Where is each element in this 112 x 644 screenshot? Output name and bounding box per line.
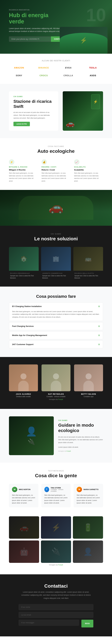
- solution-desc-2: Sample text: Click to select the Text El…: [42, 275, 70, 279]
- team-name-betty: BETTY NILSON: [74, 393, 103, 395]
- accordion-item-support: 24/7 Customer Support ∨: [9, 340, 103, 348]
- guidare-para2: Lorem ipsum dolor sit amet.: [58, 446, 103, 448]
- contact-email-input[interactable]: [19, 612, 93, 618]
- chi-siamo-description: at vero eos et accusam et justo duo dolo…: [14, 111, 54, 119]
- scale-icon: 📈: [74, 159, 80, 165]
- hero-title: Hub di energia verde: [9, 12, 72, 25]
- testimonianze-section: TESTIMONIANZE Cosa dice la gente M MIKE …: [0, 462, 112, 515]
- accordion-arrow-app: ∨: [98, 334, 100, 337]
- solution-desc-3: Sample text: Click to select the Text El…: [74, 275, 102, 279]
- client-logo-eva: EVGA: [64, 65, 73, 70]
- solution-image-3: 🚌: [73, 247, 103, 271]
- feature-desc-scale: Stet clita kasd gubergren, no sea takima…: [74, 172, 103, 182]
- accordion-body-ev: Stet clita kasd gubergren, no sea takima…: [9, 310, 103, 321]
- hero-phone-input[interactable]: [9, 36, 51, 42]
- contact-submit-button[interactable]: INVIA: [82, 620, 93, 628]
- test-name-tina: TINA STORM: [50, 487, 68, 489]
- ev-plug-icon: ⚡: [80, 37, 87, 44]
- hero-number: 10: [86, 6, 106, 24]
- solution-image-1: 🏠: [9, 247, 39, 271]
- test-name-mike: MIKE NORTON: [19, 488, 30, 490]
- test-name-maria: MARIA GARNETTO: [84, 488, 98, 490]
- person-head: [20, 374, 26, 379]
- guidare-freepik-link[interactable]: Freepik: [66, 450, 71, 452]
- chi-siamo-section: CHI SIAMO Stazione di ricarica Swift at …: [0, 84, 112, 138]
- team-role-nat: Contabile - ventura contabile: [42, 396, 70, 398]
- client-logo-tesla: TESLA: [88, 65, 98, 70]
- solution-flotta: 🚌 Ricarica della flotta Sample text: Cli…: [73, 247, 103, 279]
- charging-station-icon: ⚡: [91, 94, 100, 109]
- accordion-header-ev[interactable]: EV Charging Station Installation ∨: [9, 302, 103, 310]
- team-card-nat: NAT REYNOLDS Contabile - ventura contabi…: [42, 364, 70, 398]
- guidare-image: 👤 🔌: [9, 416, 54, 455]
- team-name-nat: NAT REYNOLDS: [42, 393, 70, 395]
- car-banner: 🚗: [0, 190, 112, 226]
- gallery-item-6: 👤: [73, 540, 103, 563]
- person-body-betty: [83, 380, 94, 391]
- gallery-section: 🚗 ⚡ 🔋 🤖 🔌 👤 Immagine da Freepik: [0, 515, 112, 574]
- contact-form: INVIA: [19, 604, 93, 628]
- accordion-title-ev: EV Charging Station Installation: [12, 305, 42, 308]
- test-text-tina: Stet clita kasd gubergren, no sea takima…: [44, 494, 68, 504]
- accordion-header-app[interactable]: Mobile App for Charging Management ∨: [9, 332, 103, 339]
- accordion-item-ev: EV Charging Station Installation ∨ Stet …: [9, 302, 103, 321]
- cosa-possiamo-title: Cosa possiamo fare: [9, 294, 103, 299]
- hero-form: CONTATTI: [9, 36, 66, 42]
- gallery-freepik-link[interactable]: Freepik: [58, 564, 63, 566]
- test-av-circle-mike: M: [12, 487, 17, 492]
- charging-plug-icon: 🔌: [28, 438, 35, 445]
- risk-icon: ⚡: [9, 159, 14, 165]
- cosa-facciamo-section: COSA FACCIAMO Auto ecologiche ⚡ MITIGARE…: [0, 138, 112, 190]
- team-avatar-betty: [74, 364, 103, 391]
- person-head-betty: [86, 374, 92, 379]
- solution-caption-1: Ricarica residenziale Sample text: Click…: [9, 271, 39, 279]
- feature-title-scale: Scalabilità: [74, 169, 103, 171]
- contact-message-input[interactable]: [19, 620, 79, 626]
- client-logo-amazon: amazon: [13, 65, 25, 70]
- feature-title-risk: Mitigare il Rischio: [9, 169, 38, 171]
- contact-name-input[interactable]: [19, 604, 93, 610]
- accordion-item-fast: Fast Charging Services ∨: [9, 322, 103, 330]
- cosa-possiamo-section: Cosa possiamo fare EV Charging Station I…: [0, 286, 112, 357]
- feature-item-cost: 💰 RIDURRE I COSTI Ridurre i Costi Stet c…: [42, 159, 70, 182]
- charging-person-icon: 👤: [26, 426, 37, 437]
- car-large-icon: 🚗: [48, 200, 64, 214]
- feature-label-risk: MITIGARE IL RISCHIO: [9, 166, 38, 168]
- cosa-facciamo-title: Auto ecologiche: [9, 148, 103, 154]
- person-silhouette-nat: [50, 370, 62, 391]
- accordion-header-fast[interactable]: Fast Charging Services ∨: [9, 322, 103, 330]
- testimonials-grid: M MIKE NORTON Stet clita kasd gubergren,…: [9, 484, 103, 507]
- feature-label-cost: RIDURRE I COSTI: [42, 166, 70, 168]
- car-icon: 🚗: [66, 119, 75, 128]
- team-name-jack: JACK ALVAREZ: [9, 393, 38, 395]
- cosa-facciamo-label: COSA FACCIAMO: [9, 146, 103, 147]
- team-grid: JACK ALVAREZ Direttore delle vendite NAT…: [9, 364, 103, 398]
- accordion-arrow-ev: ∨: [98, 305, 100, 308]
- nostre-soluzioni-label: CHI SIAMO: [9, 233, 103, 235]
- gallery-image-credit: Immagine da Freepik: [9, 563, 103, 567]
- gallery-grid: 🚗 ⚡ 🔋 🤖 🔌 👤: [9, 516, 103, 563]
- chi-siamo-cta-button[interactable]: LEGGI DI PIÙ: [14, 122, 30, 126]
- hero-car-image: ⚡: [60, 27, 108, 54]
- team-section: JACK ALVAREZ Direttore delle vendite NAT…: [0, 357, 112, 409]
- person-silhouette-jack: [18, 370, 30, 391]
- chi-siamo-text-card: CHI SIAMO Stazione di ricarica Swift at …: [9, 91, 58, 131]
- accordion-header-support[interactable]: 24/7 Customer Support ∨: [9, 340, 103, 348]
- client-logo-crolla: CROLLA: [62, 73, 74, 78]
- test-text-mike: Stet clita kasd gubergren, no sea takima…: [12, 494, 36, 504]
- solution-commerciale: 🏢 Addebito commerciale Sample text: Clic…: [41, 247, 71, 279]
- clients-section: Alcuni dei nostri clienti amazon BINANCE…: [0, 54, 112, 84]
- clients-grid: amazon BINANCE EVGA TESLA SONY crocs CRO…: [9, 65, 103, 78]
- feature-item-scale: 📈 SCALABILITÀ Scalabilità Stet clita kas…: [74, 159, 103, 182]
- chi-siamo-image: ⚡ 🚗: [63, 91, 103, 131]
- hero-breadcrumb: RICARICA INNOVATIVA: [9, 9, 72, 11]
- team-avatar-jack: [9, 364, 38, 391]
- team-freepik-link[interactable]: Freepik: [58, 398, 63, 400]
- solution-desc-1: Sample text: Click to select the Text El…: [10, 275, 38, 279]
- contact-description: Lorem ipsum dolor sit amet, consetetur s…: [19, 590, 93, 600]
- contact-title: Contattaci: [9, 583, 103, 589]
- solution-caption-3: Ricarica della flotta Sample text: Click…: [73, 271, 103, 279]
- test-avatar-tina: T TINA STORM Contabile - ventura contabi…: [44, 487, 68, 492]
- client-logo-crocs: crocs: [38, 73, 49, 78]
- hero-section: RICARICA INNOVATIVA Hub di energia verde…: [0, 0, 112, 54]
